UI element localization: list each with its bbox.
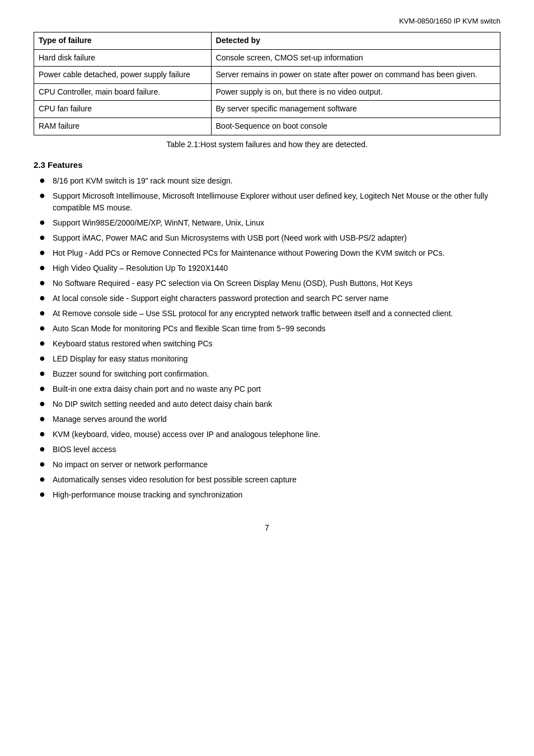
- list-item: ●Manage serves around the world: [39, 414, 500, 425]
- table-cell-detected-5: Boot-Sequence on boot console: [211, 118, 500, 135]
- list-item-text: Built-in one extra daisy chain port and …: [53, 383, 261, 395]
- list-item-text: At Remove console side – Use SSL protoco…: [53, 308, 453, 320]
- list-item: ●Support Win98SE/2000/ME/XP, WinNT, Netw…: [39, 217, 500, 229]
- bullet-icon: ●: [39, 489, 49, 501]
- list-item: ●KVM (keyboard, video, mouse) access ove…: [39, 429, 500, 440]
- bullet-icon: ●: [39, 443, 49, 456]
- bullet-icon: ●: [39, 175, 49, 187]
- bullet-icon: ●: [39, 398, 49, 410]
- bullet-icon: ●: [39, 383, 49, 395]
- table-caption: Table 2.1:Host system failures and how t…: [34, 140, 500, 149]
- table-row: CPU fan failure By server specific manag…: [34, 101, 500, 118]
- list-item-text: BIOS level access: [53, 444, 116, 456]
- table-row: Hard disk failure Console screen, CMOS s…: [34, 49, 500, 67]
- list-item: ●Built-in one extra daisy chain port and…: [39, 383, 500, 395]
- bullet-icon: ●: [39, 292, 49, 304]
- bullet-icon: ●: [39, 458, 49, 471]
- list-item-text: Hot Plug - Add PCs or Remove Connected P…: [53, 247, 444, 259]
- table-cell-detected-2: Server remains in power on state after p…: [211, 67, 500, 84]
- list-item: ●Support Microsoft Intellimouse, Microso…: [39, 190, 500, 214]
- table-row: Power cable detached, power supply failu…: [34, 67, 500, 84]
- table-cell-detected-1: Console screen, CMOS set-up information: [211, 49, 500, 67]
- list-item: ●8/16 port KVM switch is 19" rack mount …: [39, 175, 500, 187]
- table-cell-failure-2: Power cable detached, power supply failu…: [34, 67, 212, 84]
- table-cell-failure-4: CPU fan failure: [34, 101, 212, 118]
- list-item-text: KVM (keyboard, video, mouse) access over…: [53, 429, 320, 440]
- list-item: ●BIOS level access: [39, 444, 500, 456]
- bullet-icon: ●: [39, 232, 49, 244]
- table-row: RAM failure Boot-Sequence on boot consol…: [34, 118, 500, 135]
- list-item-text: Manage serves around the world: [53, 414, 167, 425]
- list-item-text: High Video Quality – Resolution Up To 19…: [53, 262, 228, 274]
- list-item: ●Automatically senses video resolution f…: [39, 474, 500, 486]
- table-row: CPU Controller, main board failure. Powe…: [34, 83, 500, 101]
- list-item: ●High Video Quality – Resolution Up To 1…: [39, 262, 500, 274]
- list-item: ●Support iMAC, Power MAC and Sun Microsy…: [39, 232, 500, 244]
- list-item-text: Buzzer sound for switching port confirma…: [53, 368, 209, 380]
- section-title: 2.3 Features: [34, 160, 500, 170]
- failures-table: Type of failure Detected by Hard disk fa…: [34, 32, 500, 135]
- features-list: ●8/16 port KVM switch is 19" rack mount …: [39, 175, 500, 501]
- list-item: ●At local console side - Support eight c…: [39, 293, 500, 304]
- list-item-text: LED Display for easy status monitoring: [53, 353, 188, 365]
- list-item-text: 8/16 port KVM switch is 19" rack mount s…: [53, 175, 233, 187]
- table-header-detected: Detected by: [211, 32, 500, 50]
- list-item: ●LED Display for easy status monitoring: [39, 353, 500, 365]
- list-item-text: High-performance mouse tracking and sync…: [53, 489, 242, 501]
- list-item: ●No Software Required - easy PC selectio…: [39, 278, 500, 289]
- list-item-text: No DIP switch setting needed and auto de…: [53, 398, 272, 410]
- table-cell-failure-5: RAM failure: [34, 118, 212, 135]
- list-item-text: Support Microsoft Intellimouse, Microsof…: [53, 190, 500, 214]
- list-item-text: At local console side - Support eight ch…: [53, 293, 388, 304]
- bullet-icon: ●: [39, 277, 49, 289]
- bullet-icon: ●: [39, 353, 49, 365]
- table-header-failure: Type of failure: [34, 32, 212, 50]
- bullet-icon: ●: [39, 368, 49, 380]
- table-cell-detected-3: Power supply is on, but there is no vide…: [211, 83, 500, 101]
- list-item: ●Buzzer sound for switching port confirm…: [39, 368, 500, 380]
- list-item-text: Support Win98SE/2000/ME/XP, WinNT, Netwa…: [53, 217, 264, 229]
- list-item-text: Automatically senses video resolution fo…: [53, 474, 297, 486]
- list-item: ●No DIP switch setting needed and auto d…: [39, 398, 500, 410]
- list-item: ●High-performance mouse tracking and syn…: [39, 489, 500, 501]
- bullet-icon: ●: [39, 322, 49, 335]
- table-cell-failure-3: CPU Controller, main board failure.: [34, 83, 212, 101]
- list-item: ●Auto Scan Mode for monitoring PCs and f…: [39, 323, 500, 335]
- bullet-icon: ●: [39, 247, 49, 259]
- bullet-icon: ●: [39, 307, 49, 320]
- list-item-text: No impact on server or network performan…: [53, 459, 208, 471]
- page-header: KVM-0850/1650 IP KVM switch: [34, 17, 500, 25]
- list-item-text: Keyboard status restored when switching …: [53, 338, 213, 350]
- list-item-text: Auto Scan Mode for monitoring PCs and fl…: [53, 323, 326, 335]
- table-cell-failure-1: Hard disk failure: [34, 49, 212, 67]
- list-item-text: No Software Required - easy PC selection…: [53, 278, 413, 289]
- list-item: ●Keyboard status restored when switching…: [39, 338, 500, 350]
- list-item-text: Support iMAC, Power MAC and Sun Microsys…: [53, 232, 407, 244]
- bullet-icon: ●: [39, 428, 49, 440]
- bullet-icon: ●: [39, 190, 49, 202]
- list-item: ●Hot Plug - Add PCs or Remove Connected …: [39, 247, 500, 259]
- bullet-icon: ●: [39, 262, 49, 274]
- list-item: ●No impact on server or network performa…: [39, 459, 500, 471]
- table-cell-detected-4: By server specific management software: [211, 101, 500, 118]
- bullet-icon: ●: [39, 337, 49, 350]
- bullet-icon: ●: [39, 473, 49, 486]
- bullet-icon: ●: [39, 217, 49, 229]
- page-number: 7: [34, 523, 500, 532]
- list-item: ●At Remove console side – Use SSL protoc…: [39, 308, 500, 320]
- bullet-icon: ●: [39, 413, 49, 425]
